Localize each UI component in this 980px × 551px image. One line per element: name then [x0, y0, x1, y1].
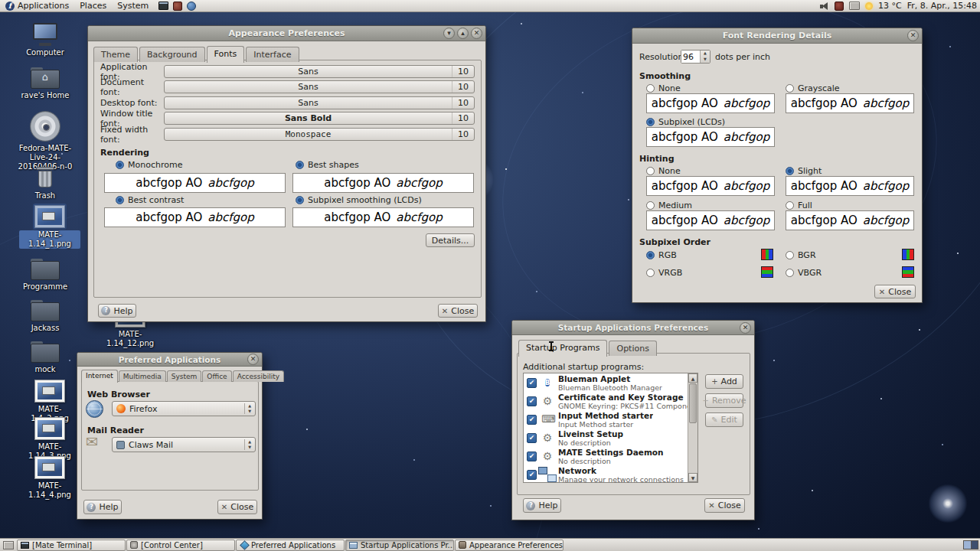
edit-button[interactable]: ✎Edit — [705, 412, 743, 427]
help-button[interactable]: ?Help — [83, 500, 122, 514]
checkbox-checked[interactable]: ✔ — [527, 415, 537, 425]
application-font-button[interactable]: Sans10 — [164, 65, 475, 78]
close-window-button[interactable]: ✕ — [247, 354, 259, 365]
remove-button[interactable]: −Remove — [705, 393, 743, 408]
radio-smoothing-grayscale[interactable]: Grayscale — [786, 83, 840, 93]
list-item[interactable]: ✔ ⌨ Input Method starterInput Method sta… — [524, 410, 697, 429]
titlebar[interactable]: Preferred Applications ✕ — [77, 353, 262, 367]
workspace-cell[interactable] — [971, 541, 978, 549]
mail-reader-select[interactable]: Claws Mail ▲▼ — [112, 437, 256, 452]
tab-background[interactable]: Background — [139, 47, 205, 62]
show-desktop-icon[interactable] — [3, 541, 14, 549]
help-button[interactable]: ?Help — [523, 498, 561, 513]
desktop-icon-home[interactable]: ⌂ rave's Home — [15, 67, 76, 100]
startup-programs-list[interactable]: ✔ B Blueman AppletBlueman Bluetooth Mana… — [523, 373, 698, 483]
desktop-icon-mock[interactable]: mock — [15, 341, 76, 374]
temperature[interactable]: 13 °C — [878, 1, 902, 11]
titlebar[interactable]: Appearance Preferences ▾ ▴ ✕ — [88, 26, 485, 41]
workspace-switcher[interactable] — [963, 540, 978, 549]
close-button[interactable]: ✕Close — [704, 498, 745, 513]
workspace-cell[interactable] — [964, 541, 971, 549]
radio-smoothing-none[interactable]: None — [646, 83, 681, 93]
tab-fonts[interactable]: Fonts — [207, 46, 245, 63]
close-button[interactable]: ✕Close — [217, 500, 257, 514]
tab-options[interactable]: Options — [609, 341, 656, 356]
close-button[interactable]: ✕Close — [874, 285, 916, 298]
browser-launcher-icon[interactable] — [187, 2, 196, 11]
close-window-button[interactable]: ✕ — [907, 30, 919, 41]
desktop-icon-mate-1-14-3[interactable]: MATE-1.14_3.png — [19, 417, 80, 461]
checkbox-checked[interactable]: ✔ — [527, 470, 537, 480]
radio-hinting-full[interactable]: Full — [786, 201, 812, 210]
checkbox-checked[interactable]: ✔ — [527, 452, 537, 461]
close-window-button[interactable]: ✕ — [740, 322, 751, 334]
titlebar[interactable]: Font Rendering Details ✕ — [632, 28, 922, 44]
maximize-button[interactable]: ▴ — [457, 28, 469, 39]
radio-hinting-slight[interactable]: Slight — [786, 166, 822, 176]
desktop-icon-trash[interactable]: Trash — [15, 165, 76, 201]
desktop-icon-mate-1-14-4[interactable]: MATE-1.14_4.png — [19, 456, 80, 500]
radio-subpixel-bgr[interactable]: BGR — [786, 250, 816, 260]
menu-system[interactable]: System — [112, 0, 154, 12]
desktop-icon-mate-1-14-1[interactable]: MATE-1.14_1.png — [19, 205, 80, 249]
titlebar[interactable]: Startup Applications Preferences ✕ — [512, 321, 754, 335]
tab-system[interactable]: System — [167, 370, 202, 382]
tab-startup-programs[interactable]: Startup Programs — [518, 340, 607, 357]
radio-monochrome[interactable]: Monochrome — [116, 160, 182, 170]
weather-icon[interactable] — [865, 2, 873, 10]
desktop-icon-programme[interactable]: Programme — [15, 259, 76, 292]
scrollbar[interactable]: ▲ ▼ — [688, 373, 697, 482]
keyboard-indicator-icon[interactable] — [835, 2, 844, 11]
display-tray-icon[interactable] — [849, 2, 860, 10]
close-window-button[interactable]: ✕ — [471, 28, 482, 39]
checkbox-checked[interactable]: ✔ — [527, 433, 537, 443]
web-browser-select[interactable]: Firefox ▲▼ — [112, 401, 256, 416]
terminal-launcher-icon[interactable] — [158, 2, 168, 10]
radio-subpixel-vrgb[interactable]: VRGB — [646, 268, 682, 278]
volume-icon[interactable] — [819, 2, 829, 11]
task-startup-applications[interactable]: Startup Applications Pr... — [345, 540, 454, 551]
task-preferred-applications[interactable]: Preferred Applications — [236, 540, 345, 551]
scrollbar-thumb[interactable] — [689, 383, 697, 423]
tab-office[interactable]: Office — [202, 370, 231, 382]
list-item[interactable]: ✔ ⚙ Liveinst SetupNo description — [524, 429, 697, 447]
radio-smoothing-subpixel[interactable]: Subpixel (LCDs) — [646, 117, 725, 127]
close-button[interactable]: ✕Close — [438, 304, 478, 318]
menu-places[interactable]: Places — [74, 0, 112, 12]
radio-subpixel-rgb[interactable]: RGB — [646, 250, 677, 260]
radio-hinting-medium[interactable]: Medium — [646, 201, 692, 210]
desktop-icon-fedora-iso[interactable]: Fedora-MATE-Live-24-20160406-n-0 — [15, 111, 76, 171]
radio-subpixel-vbgr[interactable]: VBGR — [786, 268, 822, 278]
desktop-icon-computer[interactable]: Computer — [15, 23, 76, 57]
resolution-input[interactable] — [681, 51, 700, 63]
fixed-width-font-button[interactable]: Monospace10 — [164, 128, 475, 141]
scroll-up-icon[interactable]: ▲ — [688, 373, 697, 383]
clock[interactable]: Fr, 8. Apr., 15:48 — [907, 1, 977, 11]
desktop-icon-jackass[interactable]: Jackass — [15, 300, 76, 333]
document-font-button[interactable]: Sans10 — [164, 80, 475, 93]
list-item[interactable]: ✔ ⚙ MATE Settings DaemonNo description — [524, 447, 697, 465]
resolution-spinner[interactable]: ▲▼ — [681, 50, 710, 64]
radio-hinting-none[interactable]: None — [646, 166, 681, 176]
task-control-center[interactable]: [Control Center] — [126, 540, 235, 551]
checkbox-checked[interactable]: ✔ — [527, 396, 537, 406]
add-button[interactable]: +Add — [705, 374, 743, 389]
radio-best-shapes[interactable]: Best shapes — [296, 160, 359, 170]
radio-subpixel-smoothing[interactable]: Subpixel smoothing (LCDs) — [296, 195, 422, 205]
list-item[interactable]: ✔ NetworkManage your network connections — [524, 465, 697, 483]
menu-applications[interactable]: f Applications — [0, 0, 74, 12]
tab-internet[interactable]: Internet — [81, 370, 118, 383]
tab-multimedia[interactable]: Multimedia — [119, 370, 166, 382]
desktop-font-button[interactable]: Sans10 — [164, 96, 475, 109]
task-mate-terminal[interactable]: [Mate Terminal] — [17, 540, 126, 551]
minimize-button[interactable]: ▾ — [443, 28, 455, 39]
window-title-font-button[interactable]: Sans Bold10 — [164, 112, 475, 125]
checkbox-checked[interactable]: ✔ — [527, 378, 537, 388]
tab-theme[interactable]: Theme — [93, 47, 138, 62]
radio-best-contrast[interactable]: Best contrast — [116, 195, 184, 205]
spin-down-icon[interactable]: ▼ — [701, 57, 710, 63]
list-item[interactable]: ✔ B Blueman AppletBlueman Bluetooth Mana… — [524, 373, 697, 392]
scroll-down-icon[interactable]: ▼ — [688, 473, 697, 482]
details-button[interactable]: Details... — [426, 233, 475, 247]
list-item[interactable]: ✔ ⚙ Certificate and Key StorageGNOME Key… — [524, 392, 697, 410]
